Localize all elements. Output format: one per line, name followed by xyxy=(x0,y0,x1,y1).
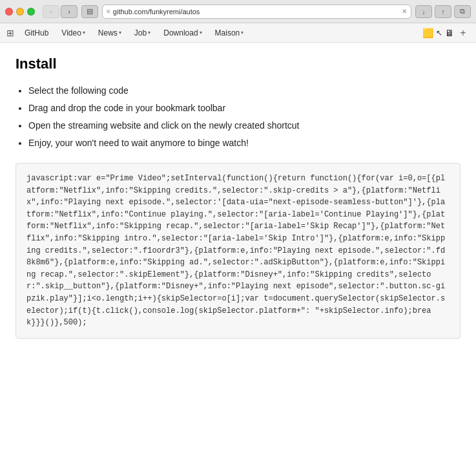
nav-item-github[interactable]: GitHub xyxy=(18,23,55,42)
install-steps: Select the following code Drag and drop … xyxy=(16,84,460,150)
minimize-button[interactable] xyxy=(16,8,24,16)
title-bar-right: ↓ ↑ ⧉ xyxy=(415,5,471,18)
nav-label-github: GitHub xyxy=(25,28,48,37)
news-arrow-icon: ▾ xyxy=(119,30,121,36)
nav-item-news[interactable]: News ▾ xyxy=(92,23,128,42)
title-bar: ‹ › ▤ ≡ github.com/funkyremi/autos ✕ ↓ ↑… xyxy=(0,0,476,23)
reload-icon: ✕ xyxy=(402,8,407,15)
code-block[interactable]: javascript:var e="Prime Video";setInterv… xyxy=(16,163,460,339)
nav-label-maison: Maison xyxy=(215,28,240,37)
windows-icon: ⧉ xyxy=(460,7,465,16)
nav-bar: ⊞ GitHub Video ▾ News ▾ Job ▾ Download ▾… xyxy=(0,23,476,43)
share-icon: ↑ xyxy=(441,8,445,16)
sidebar-button[interactable]: ▤ xyxy=(81,5,98,18)
maximize-button[interactable] xyxy=(27,8,35,16)
video-arrow-icon: ▾ xyxy=(83,30,85,36)
nav-item-job[interactable]: Job ▾ xyxy=(128,23,157,42)
download-icon-btn[interactable]: ↓ xyxy=(415,5,432,18)
grid-button[interactable]: ⊞ xyxy=(6,28,14,38)
nav-item-video[interactable]: Video ▾ xyxy=(55,23,91,42)
windows-button[interactable]: ⧉ xyxy=(454,5,471,18)
sidebar-icon: ▤ xyxy=(87,7,93,16)
nav-item-maison[interactable]: Maison ▾ xyxy=(209,23,251,42)
monitor-icon: 🖥 xyxy=(445,28,454,38)
page-content: Install Select the following code Drag a… xyxy=(0,43,476,468)
flag-icon: 🟨 xyxy=(422,28,433,38)
forward-icon: › xyxy=(68,8,70,16)
forward-button[interactable]: › xyxy=(61,5,78,18)
page-title: Install xyxy=(16,56,460,72)
nav-label-news: News xyxy=(98,28,118,37)
lock-icon: ≡ xyxy=(107,8,110,15)
nav-buttons: ‹ › xyxy=(43,5,78,18)
back-button[interactable]: ‹ xyxy=(43,5,59,18)
url-text: github.com/funkyremi/autos xyxy=(113,8,399,16)
url-bar[interactable]: ≡ github.com/funkyremi/autos ✕ xyxy=(102,5,411,19)
download-arrow-icon: ▾ xyxy=(200,30,202,36)
nav-label-job: Job xyxy=(134,28,147,37)
maison-arrow-icon: ▾ xyxy=(241,30,243,36)
new-tab-button[interactable]: + xyxy=(457,27,470,39)
share-button[interactable]: ↑ xyxy=(435,5,451,18)
cursor-icon: ↖ xyxy=(436,28,442,37)
list-item: Open the streaming website and click on … xyxy=(28,119,460,133)
nav-item-download[interactable]: Download ▾ xyxy=(157,23,208,42)
nav-label-video: Video xyxy=(61,28,81,37)
job-arrow-icon: ▾ xyxy=(148,30,150,36)
close-button[interactable] xyxy=(5,8,13,16)
list-item: Select the following code xyxy=(28,84,460,98)
list-item: Drag and drop the code in your bookmark … xyxy=(28,101,460,115)
traffic-lights xyxy=(5,8,35,16)
nav-bar-right: 🟨 ↖ 🖥 + xyxy=(422,27,470,39)
back-icon: ‹ xyxy=(50,8,52,16)
list-item: Enjoy, your won't need to wait anymore t… xyxy=(28,136,460,150)
nav-label-download: Download xyxy=(163,28,198,37)
